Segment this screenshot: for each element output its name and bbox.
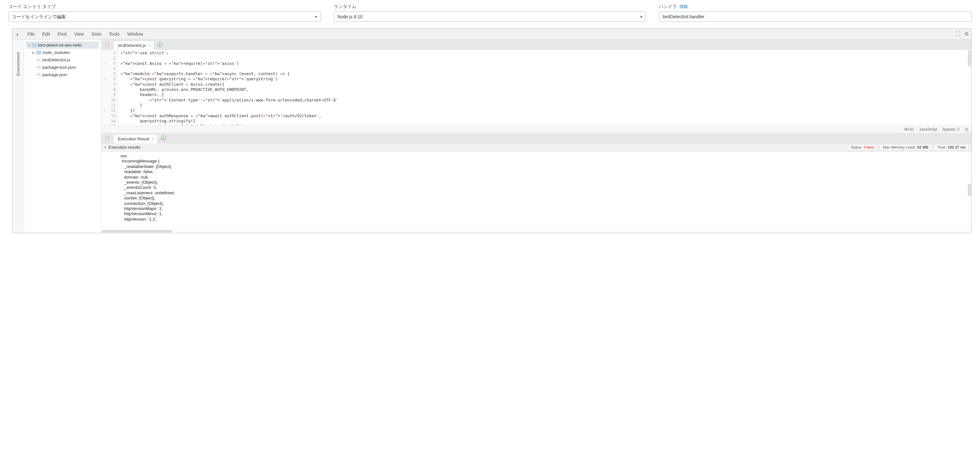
cursor-position: 90:41 [905, 127, 914, 132]
tree-item-label: package.json [42, 72, 67, 77]
tree-item-label: node_modules [42, 50, 70, 55]
chevron-down-icon[interactable]: ▼ [104, 146, 107, 149]
tab-list-icon[interactable]: ▢ [105, 42, 109, 47]
editor-tab-bar: ▢ birdDetectIot.js × + [101, 40, 971, 50]
folder-icon [31, 43, 37, 47]
code-entry-group: コード エントリ タイプ コードをインラインで編集 ▼ [8, 4, 321, 22]
runtime-label: ランタイム [334, 4, 646, 10]
editor-column: ▢ birdDetectIot.js × + iii 1234567891011… [101, 40, 971, 233]
tree-root-label: bird-detect-iot-dev-hello [38, 43, 82, 48]
gutter-info: iii [101, 50, 108, 125]
gutter-line-numbers: 123456789101112131415 [108, 50, 118, 125]
close-icon[interactable]: × [148, 43, 151, 48]
result-tab-bar: ▢ Execution Result × + [101, 133, 971, 143]
scrollbar-vertical[interactable] [968, 184, 971, 197]
tree-item-label: birdDetectIot.js [42, 57, 70, 62]
time-badge: Time: 190.37 ms [934, 144, 969, 151]
editor-tab[interactable]: birdDetectIot.js × [113, 41, 154, 50]
file-tree: ▼ bird-detect-iot-dev-hello ▶ node_modul… [24, 40, 101, 233]
tree-root[interactable]: ▼ bird-detect-iot-dev-hello [26, 41, 99, 49]
menu-window[interactable]: Window [123, 32, 147, 37]
js-file-icon: <> [36, 65, 41, 70]
close-icon[interactable]: × [152, 137, 154, 141]
tab-list-icon[interactable]: ▢ [105, 135, 109, 141]
menu-file[interactable]: File [24, 32, 38, 37]
menu-tools[interactable]: Tools [105, 32, 123, 37]
handler-label: ハンドラ [659, 4, 677, 10]
tree-item-node-modules[interactable]: ▶ node_modules [24, 49, 101, 56]
js-file-icon: <> [36, 58, 41, 62]
code-entry-select[interactable]: コードをインラインで編集 [8, 11, 321, 22]
editor-tab-label: birdDetectIot.js [118, 43, 146, 48]
language-mode[interactable]: JavaScript [919, 127, 937, 132]
environment-tab[interactable]: Environment [13, 40, 24, 233]
result-output[interactable]: res: IncomingMessage { _readableState: [… [101, 152, 971, 229]
result-header: ▼ Execution results Status: Failed Max M… [101, 143, 971, 152]
scrollbar-horizontal-track[interactable] [101, 229, 971, 233]
code-entry-label: コード エントリ タイプ [8, 4, 321, 10]
result-title: Execution results [108, 145, 140, 150]
menu-find[interactable]: Find [54, 32, 70, 37]
ide-body: Environment ▼ bird-detect-iot-dev-hello … [13, 40, 971, 233]
tree-item-package-lock[interactable]: <> package-lock.json [24, 63, 101, 71]
add-tab-button[interactable]: + [161, 135, 166, 141]
indent-setting[interactable]: Spaces: 2 [942, 127, 959, 132]
menu-goto[interactable]: Goto [88, 32, 105, 37]
runtime-group: ランタイム Node.js 8.10 ▼ [334, 4, 646, 22]
handler-info-link[interactable]: 情報 [679, 4, 688, 10]
tree-item-birddetectiot[interactable]: <> birdDetectIot.js [24, 56, 101, 63]
tree-item-package-json[interactable]: <> package.json [24, 71, 101, 78]
fullscreen-icon[interactable]: ⛶ [955, 31, 960, 37]
menu-edit[interactable]: Edit [38, 32, 54, 37]
chevron-down-icon: ▼ [27, 44, 31, 47]
memory-badge: Max Memory Used: 52 MB [880, 144, 931, 151]
js-file-icon: <> [36, 73, 41, 77]
scrollbar-horizontal-thumb[interactable] [102, 230, 173, 233]
gear-icon[interactable]: ⚙ [964, 127, 969, 132]
handler-group: ハンドラ 情報 [659, 4, 972, 22]
environment-tab-label: Environment [16, 52, 21, 76]
menu-view[interactable]: View [70, 32, 88, 37]
scrollbar-vertical[interactable] [968, 51, 971, 67]
result-tab[interactable]: Execution Result × [113, 134, 158, 143]
chevron-right-icon: ▶ [31, 51, 36, 54]
gear-icon[interactable]: ⚙ [964, 31, 969, 37]
folder-icon [36, 51, 41, 55]
editor-status-bar: 90:41 JavaScript Spaces: 2 ⚙ [101, 125, 971, 133]
runtime-select[interactable]: Node.js 8.10 [334, 11, 646, 22]
status-badge: Status: Failed [848, 144, 877, 151]
ide-menubar: ▲ File Edit Find View Goto Tools Window … [13, 29, 971, 40]
result-tab-label: Execution Result [118, 136, 150, 141]
add-tab-button[interactable]: + [158, 42, 162, 47]
tree-item-label: package-lock.json [42, 65, 76, 70]
code-lines: ="str">'use strict'; ="kw">const Axios =… [118, 50, 971, 125]
ide-frame: ▲ File Edit Find View Goto Tools Window … [12, 28, 972, 233]
collapse-up-icon[interactable]: ▲ [15, 32, 20, 37]
config-row: コード エントリ タイプ コードをインラインで編集 ▼ ランタイム Node.j… [0, 0, 980, 28]
code-editor[interactable]: iii 123456789101112131415 ="str">'use st… [101, 50, 971, 125]
handler-input[interactable] [659, 11, 972, 22]
